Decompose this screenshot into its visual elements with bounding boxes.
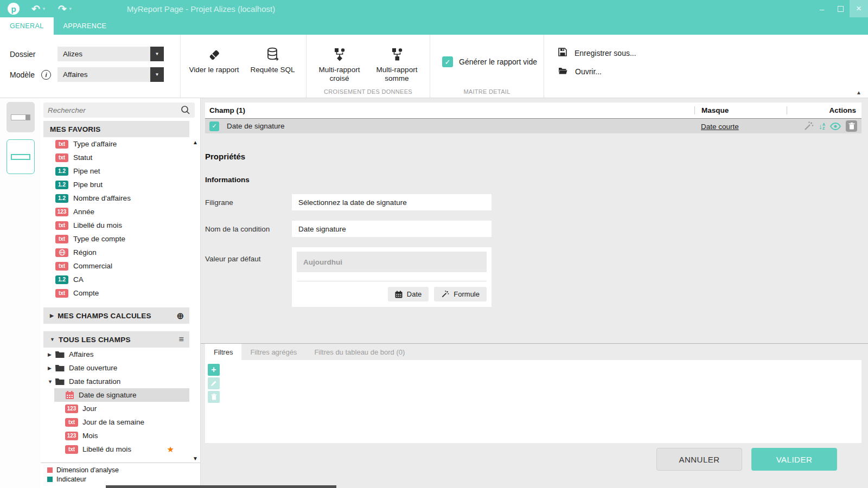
visibility-eye-icon[interactable] [830, 123, 841, 130]
masque-link[interactable]: Date courte [701, 123, 739, 131]
tab-apparence[interactable]: APPARENCE [54, 17, 117, 35]
scroll-down-arrow[interactable]: ▼ [193, 455, 198, 461]
tree-item-jour[interactable]: 123Jour [43, 402, 189, 415]
chevron-down-icon[interactable]: ▼ [68, 7, 73, 11]
redo-icon: ↷ [58, 3, 67, 15]
requete-sql-button[interactable]: Requête SQL [244, 35, 302, 98]
undo-button[interactable]: ↶▼ [31, 3, 46, 15]
section-tous-les-champs[interactable]: ▼ TOUS LES CHAMPS ≡ [43, 331, 189, 348]
search-box[interactable] [43, 102, 195, 118]
tree-folder-date-ouverture[interactable]: ▶ Date ouverture [43, 361, 189, 375]
chevron-down-icon[interactable]: ▼ [48, 379, 55, 384]
menu-icon[interactable]: ≡ [178, 335, 184, 344]
folder-icon [55, 351, 65, 358]
tree-item-date-de-signature[interactable]: Date de signature [54, 388, 189, 402]
tab-filtres[interactable]: Filtres [205, 344, 241, 360]
chevron-right-icon: ▶ [50, 313, 54, 318]
modele-value: Affaires [58, 67, 150, 82]
list-item[interactable]: 1.2Pipe net [43, 164, 189, 178]
close-button[interactable]: × [850, 0, 868, 17]
valider-button[interactable]: VALIDER [751, 448, 837, 471]
tree-item-libelle-du-mois[interactable]: txtLibellé du mois★ [43, 442, 189, 456]
list-item[interactable]: 123Année [43, 205, 189, 219]
generer-rapport-vide-checkbox[interactable]: ✓ [442, 56, 453, 67]
chevron-down-icon[interactable]: ▼ [150, 67, 164, 82]
widget-type-dropdown-tile[interactable] [7, 102, 35, 132]
favorite-star-icon[interactable]: ★ [167, 445, 174, 454]
widget-type-field-tile-selected[interactable] [7, 139, 35, 174]
globe-icon [55, 248, 68, 257]
delete-trash-icon[interactable] [846, 120, 857, 132]
ribbon-tabbar: GENERAL APPARENCE [0, 17, 868, 35]
tab-filtres-agreges[interactable]: Filtres agrégés [241, 344, 305, 360]
list-item[interactable]: Région [43, 246, 189, 259]
valeur-defaut-label: Valeur par défaut [205, 247, 292, 263]
sort-icon[interactable]: ↓AZ [819, 122, 825, 131]
redo-button[interactable]: ↷▼ [58, 3, 73, 15]
list-item[interactable]: txtType d'affaire [43, 137, 189, 151]
filters-panel: + [205, 360, 861, 443]
tab-filtres-tableau-de-bord[interactable]: Filtres du tableau de bord (0) [305, 344, 413, 360]
ribbon-group-rapport: Vider le rapport Requête SQL [181, 35, 307, 98]
vider-le-rapport-button[interactable]: Vider le rapport [186, 35, 243, 98]
list-item[interactable]: 1.2Nombre d'affaires [43, 191, 189, 205]
table-row[interactable]: ✓ Date de signature Date courte ↓AZ [205, 119, 861, 133]
decimal-field-badge: 1.2 [55, 181, 68, 189]
tree-folder-affaires[interactable]: ▶ Affaires [43, 348, 189, 361]
list-item[interactable]: 1.2Pipe brut [43, 178, 189, 191]
maximize-button[interactable] [831, 0, 850, 17]
date-button[interactable]: Date [388, 287, 429, 301]
generer-rapport-vide-label: Générer le rapport vide [459, 57, 537, 66]
dimension-color-swatch [47, 467, 53, 473]
valeur-defaut-value[interactable]: Aujourdhui [297, 252, 487, 272]
modele-label: Modèle [10, 70, 41, 79]
list-item[interactable]: 1.2CA [43, 273, 189, 286]
decimal-field-badge: 1.2 [55, 194, 68, 203]
database-icon [266, 47, 279, 63]
properties-title: Propriétés [205, 152, 861, 161]
group-label-maitre-detail: MAITRE DETAIL [430, 88, 544, 95]
chevron-right-icon[interactable]: ▶ [48, 365, 55, 371]
ouvrir-button[interactable]: Ouvrir... [558, 67, 868, 76]
search-input[interactable] [48, 106, 181, 114]
dossier-label: Dossier [10, 50, 41, 59]
horizontal-scrollbar-thumb[interactable] [106, 485, 336, 488]
delete-filter-button[interactable] [208, 391, 220, 403]
section-mes-champs-calcules[interactable]: ▶ MES CHAMPS CALCULES ⊕ [43, 307, 189, 324]
tree-item-jour-de-la-semaine[interactable]: txtJour de la semaine [43, 415, 189, 429]
list-item[interactable]: txtType de compte [43, 232, 189, 246]
annuler-button[interactable]: ANNULER [656, 448, 742, 471]
chevron-right-icon[interactable]: ▶ [48, 352, 55, 357]
enregistrer-sous-button[interactable]: Enregistrer sous... [558, 48, 868, 59]
list-item[interactable]: txtStatut [43, 151, 189, 164]
tab-general[interactable]: GENERAL [0, 17, 54, 35]
minimize-button[interactable]: – [813, 0, 831, 17]
section-mes-favoris[interactable]: MES FAVORIS [43, 121, 189, 137]
dossier-value: Alizes [58, 47, 150, 61]
chevron-down-icon[interactable]: ▼ [42, 7, 46, 11]
list-item[interactable]: txtLibellé du mois [43, 219, 189, 232]
add-calculated-field-button[interactable]: ⊕ [176, 311, 184, 321]
list-item[interactable]: txtCommercial [43, 259, 189, 273]
scroll-up-arrow[interactable]: ▲ [193, 139, 198, 145]
row-checkbox[interactable]: ✓ [209, 121, 219, 131]
trash-icon [211, 394, 217, 400]
indicateur-color-swatch [47, 477, 53, 482]
info-icon[interactable]: i [41, 70, 51, 80]
tree-item-mois[interactable]: 123Mois [43, 429, 189, 442]
collapse-ribbon-button[interactable]: ▲ [856, 89, 861, 95]
condition-input[interactable] [292, 221, 492, 237]
formule-button[interactable]: Formule [434, 287, 487, 301]
dossier-select[interactable]: Alizes ▼ [58, 47, 164, 61]
chevron-down-icon[interactable]: ▼ [150, 47, 164, 61]
list-item[interactable]: txtCompte [43, 286, 189, 300]
add-filter-button[interactable]: + [208, 364, 220, 376]
decimal-field-badge: 1.2 [55, 167, 68, 176]
save-icon [558, 48, 567, 59]
filigrane-input[interactable] [292, 194, 492, 210]
tree-folder-date-facturation[interactable]: ▼ Date facturation [43, 375, 189, 388]
modele-select[interactable]: Affaires ▼ [58, 67, 164, 82]
edit-filter-button[interactable] [208, 377, 220, 389]
formula-wand-icon[interactable] [803, 121, 814, 131]
calendar-icon [65, 390, 74, 400]
